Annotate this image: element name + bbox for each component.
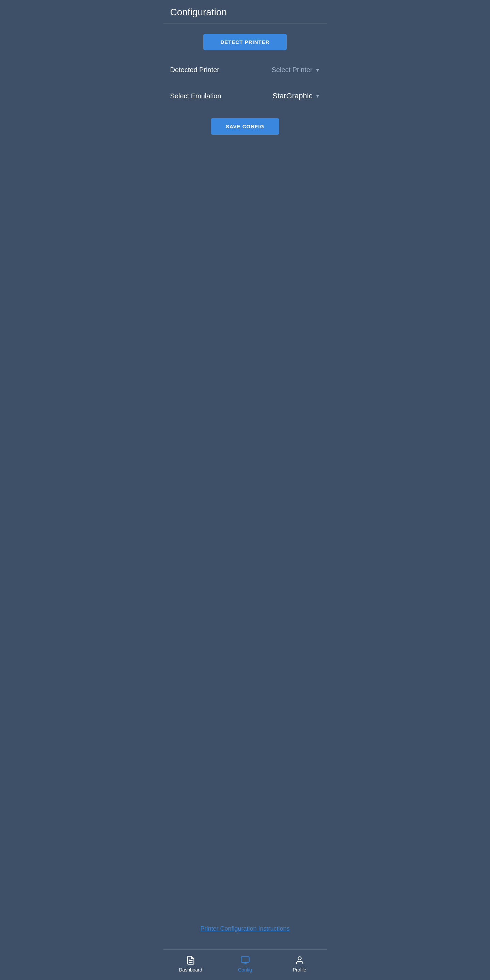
select-emulation-label: Select Emulation (170, 92, 221, 100)
nav-item-dashboard[interactable]: Dashboard (163, 953, 218, 975)
config-icon (240, 956, 250, 965)
detected-printer-label: Detected Printer (170, 66, 220, 74)
nav-item-config[interactable]: Config (218, 953, 272, 975)
emulation-select-wrapper[interactable]: StarGraphic ▼ (238, 92, 320, 100)
header: Configuration (163, 0, 327, 24)
printer-select-wrapper[interactable]: Select Printer ▼ (238, 66, 320, 74)
svg-point-5 (298, 957, 301, 960)
main-content: DETECT PRINTER Detected Printer Select P… (163, 24, 327, 950)
select-emulation-row: Select Emulation StarGraphic ▼ (170, 86, 320, 106)
bottom-nav: Dashboard Config Profile (163, 950, 327, 980)
emulation-value: StarGraphic (272, 92, 312, 100)
svg-rect-2 (241, 957, 249, 962)
dashboard-icon (186, 956, 195, 965)
nav-label-config: Config (238, 967, 252, 972)
select-emulation-section: Select Emulation StarGraphic ▼ (170, 86, 320, 106)
emulation-dropdown-arrow-icon: ▼ (315, 93, 320, 99)
printer-dropdown-arrow-icon: ▼ (315, 67, 320, 73)
nav-item-profile[interactable]: Profile (272, 953, 327, 975)
detected-printer-row: Detected Printer Select Printer ▼ (170, 60, 320, 79)
nav-label-dashboard: Dashboard (179, 967, 202, 972)
profile-icon (295, 956, 305, 965)
detected-printer-section: Detected Printer Select Printer ▼ (170, 60, 320, 79)
select-printer-placeholder: Select Printer (272, 66, 313, 74)
detect-printer-button[interactable]: DETECT PRINTER (203, 34, 286, 50)
printer-instructions-link[interactable]: Printer Configuration Instructions (193, 918, 296, 939)
nav-label-profile: Profile (293, 967, 306, 972)
save-config-button[interactable]: SAVE CONFIG (211, 118, 279, 135)
page-title: Configuration (170, 7, 320, 18)
